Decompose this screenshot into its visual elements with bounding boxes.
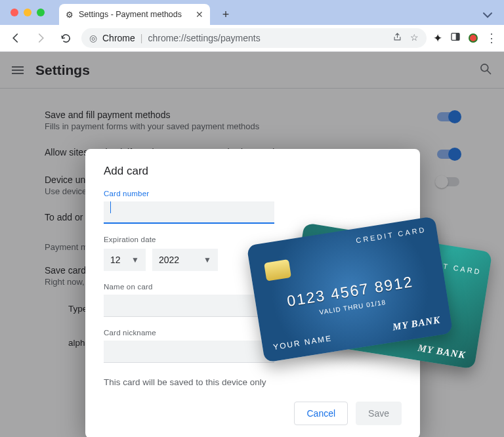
cancel-button[interactable]: Cancel: [294, 402, 348, 425]
window-close-dot[interactable]: [10, 9, 18, 16]
month-value: 12: [110, 255, 121, 265]
card-number-label: Card number: [104, 190, 402, 198]
bookmark-star-icon[interactable]: ☆: [410, 32, 419, 44]
close-tab-icon[interactable]: ✕: [196, 9, 203, 20]
share-icon[interactable]: [392, 32, 402, 44]
extensions-puzzle-icon[interactable]: ✦: [433, 31, 442, 45]
expiration-year-select[interactable]: 2022 ▼: [152, 249, 218, 271]
card-number-input[interactable]: [104, 201, 274, 224]
new-tab-button[interactable]: +: [217, 5, 235, 24]
card-nickname-input[interactable]: [104, 341, 274, 363]
card-number-sample: 0123 4567 8912: [255, 268, 446, 315]
url-scheme: chrome:: [148, 33, 181, 43]
chevron-down-icon: ▼: [131, 255, 139, 264]
profile-avatar[interactable]: [469, 33, 478, 43]
dialog-note: This card will be saved to this device o…: [104, 377, 402, 387]
window-minimize-dot[interactable]: [24, 9, 32, 16]
save-button[interactable]: Save: [356, 402, 402, 425]
add-card-dialog: Add card Card number Expiration date 12 …: [85, 149, 420, 437]
back-button[interactable]: [7, 29, 25, 47]
address-bar[interactable]: ◎ Chrome | chrome://settings/payments ☆: [81, 28, 427, 48]
chrome-origin-icon: ◎: [89, 33, 97, 43]
name-on-card-input[interactable]: [104, 295, 274, 317]
tabs-menu-chevron-icon[interactable]: [483, 9, 492, 21]
browser-tab[interactable]: ⚙ Settings - Payment methods ✕: [59, 4, 210, 25]
year-value: 2022: [159, 255, 179, 265]
tab-title: Settings - Payment methods: [79, 10, 182, 19]
reload-button[interactable]: [56, 29, 75, 47]
forward-button[interactable]: [32, 29, 50, 47]
gear-icon: ⚙: [66, 10, 74, 20]
url-host: Chrome: [102, 33, 135, 43]
expiration-label: Expiration date: [104, 236, 402, 243]
chrome-menu-icon[interactable]: ⋮: [486, 31, 497, 45]
dialog-title: Add card: [104, 165, 402, 178]
chevron-down-icon: ▼: [203, 255, 211, 264]
svg-rect-1: [456, 33, 459, 41]
card-valid-thru: VALID THRU 01/18: [258, 289, 447, 325]
card-nickname-label: Card nickname: [104, 329, 402, 337]
window-zoom-dot[interactable]: [37, 9, 45, 16]
browser-toolbar: ◎ Chrome | chrome://settings/payments ☆ …: [0, 25, 504, 52]
expiration-month-select[interactable]: 12 ▼: [104, 249, 146, 271]
url-path: //settings/payments: [181, 33, 261, 43]
side-panel-icon[interactable]: [450, 31, 461, 45]
name-on-card-label: Name on card: [104, 283, 402, 291]
